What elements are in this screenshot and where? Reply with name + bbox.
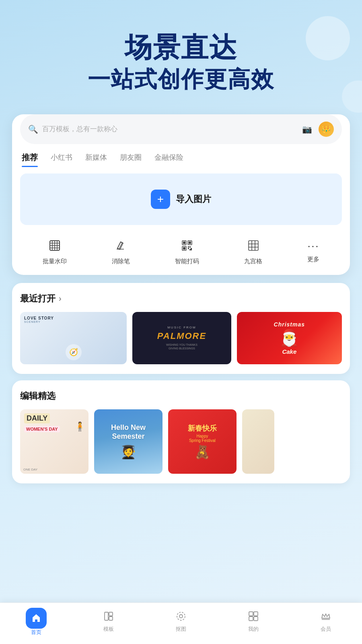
christmas-title: Christmas (274, 321, 305, 328)
recent-item-christmas[interactable]: Christmas 🎅 Cake (237, 312, 342, 364)
svg-rect-32 (249, 617, 253, 621)
pick-hello-new-semester[interactable]: Hello NewSemester 🧑‍🎓 (94, 409, 162, 474)
import-area[interactable]: + 导入图片 (20, 173, 342, 225)
palmore-wrapper: MUSIC FROM PALMORE WISHING YOU THANKSGIV… (157, 326, 206, 351)
christmas-cake-label: Cake (282, 348, 296, 355)
search-bar[interactable]: 🔍 百万模板，总有一款称心 📷 👑 (20, 114, 342, 144)
svg-rect-13 (189, 242, 191, 244)
hero-section: 场景直达 一站式创作更高效 (0, 0, 362, 105)
nav-vip-label: 会员 (321, 625, 331, 633)
tab-xiaohongshu[interactable]: 小红书 (51, 153, 72, 166)
recent-arrow[interactable]: › (59, 294, 62, 303)
tool-qrcode[interactable]: 智能打码 (175, 239, 199, 265)
pick-extra[interactable] (242, 409, 274, 474)
daily-person-emoji: 🧍 (74, 421, 85, 432)
hello-student-emoji: 🧑‍🎓 (120, 444, 136, 460)
home-icon-wrap (26, 608, 47, 629)
recent-item-lovestory[interactable]: LOVE STORY SCENERY 🧭 (20, 312, 127, 364)
svg-rect-27 (109, 617, 113, 620)
svg-rect-17 (188, 248, 189, 249)
search-icon: 🔍 (28, 124, 38, 134)
recent-header: 最近打开 › (20, 293, 342, 305)
nav-mine-label: 我的 (248, 625, 259, 633)
svg-rect-33 (254, 617, 258, 621)
hello-new-semester-text: Hello NewSemester (111, 423, 146, 441)
mine-icon (248, 611, 259, 624)
watermark-icon (49, 239, 61, 254)
svg-rect-31 (254, 612, 258, 616)
vip-icon (321, 611, 331, 624)
tab-newmedia[interactable]: 新媒体 (85, 153, 107, 166)
tools-row: 批量水印 消除笔 (12, 231, 350, 275)
nav-template[interactable]: 模板 (72, 611, 145, 633)
search-placeholder-text: 百万模板，总有一款称心 (42, 124, 302, 134)
camera-icon[interactable]: 📷 (302, 124, 312, 134)
nav-home[interactable]: 首页 (0, 608, 72, 636)
svg-point-29 (179, 615, 183, 618)
tab-finance[interactable]: 金融保险 (154, 153, 183, 166)
svg-rect-15 (188, 246, 189, 248)
nav-cutout-label: 抠图 (176, 625, 186, 633)
tab-moments[interactable]: 朋友圈 (120, 153, 142, 166)
womens-day-label: WOMEN'S DAY (24, 426, 60, 432)
lovestory-title: LOVE STORY (24, 316, 54, 320)
tool-qrcode-label: 智能打码 (175, 258, 199, 265)
nav-vip[interactable]: 会员 (290, 611, 362, 633)
editor-picks-section: 编辑精选 DAILY WOMEN'S DAY 🧍 ONE DAY Hello N… (12, 380, 350, 483)
eraser-icon (115, 239, 127, 254)
crown-icon[interactable]: 👑 (319, 122, 334, 137)
recent-thumbnails-row: LOVE STORY SCENERY 🧭 MUSIC FROM PALMORE … (20, 312, 342, 364)
main-card: 🔍 百万模板，总有一款称心 📷 👑 推荐 小红书 新媒体 朋友圈 金融保险 + … (12, 114, 350, 275)
hero-title: 场景直达 (16, 32, 346, 62)
svg-rect-20 (249, 241, 258, 250)
tabs-row: 推荐 小红书 新媒体 朋友圈 金融保险 (12, 144, 350, 167)
tool-watermark[interactable]: 批量水印 (43, 239, 67, 265)
bottom-nav: 首页 模板 抠图 我的 (0, 603, 362, 644)
tool-eraser-label: 消除笔 (112, 258, 130, 265)
cutout-icon (176, 611, 186, 624)
daily-bottom-text: ONE DAY (23, 468, 37, 471)
daily-label: DAILY (24, 413, 50, 423)
nav-home-label: 首页 (31, 629, 41, 636)
svg-point-28 (177, 612, 185, 620)
nav-mine[interactable]: 我的 (217, 611, 290, 633)
editor-picks-header: 编辑精选 (20, 390, 342, 402)
import-plus-button[interactable]: + (151, 190, 170, 209)
pick-daily[interactable]: DAILY WOMEN'S DAY 🧍 ONE DAY (20, 409, 88, 474)
svg-rect-26 (109, 612, 113, 616)
template-icon (103, 611, 114, 624)
palmore-title: PALMORE (157, 331, 206, 341)
tool-eraser[interactable]: 消除笔 (112, 239, 130, 265)
qrcode-icon (181, 239, 193, 254)
deco-circle-1 (306, 16, 350, 60)
tool-watermark-label: 批量水印 (43, 258, 67, 265)
spring-bear-emoji: 🧸 (194, 444, 210, 460)
page-bottom-padding (0, 490, 362, 538)
pick-spring-festival[interactable]: 新春快乐 HappySpring Festival 🧸 (168, 409, 237, 474)
home-icon (31, 613, 41, 623)
editor-picks-title: 编辑精选 (20, 390, 56, 402)
tool-more-label: 更多 (307, 256, 319, 263)
plus-icon: + (157, 193, 164, 206)
editor-picks-thumbnails-row: DAILY WOMEN'S DAY 🧍 ONE DAY Hello NewSem… (20, 409, 342, 474)
tool-grid-label: 九宫格 (244, 258, 262, 265)
tab-recommend[interactable]: 推荐 (22, 152, 38, 167)
tool-more[interactable]: ··· 更多 (307, 239, 319, 265)
spring-sub: HappySpring Festival (189, 434, 216, 443)
svg-rect-12 (183, 242, 185, 244)
svg-rect-18 (191, 248, 192, 250)
tool-grid[interactable]: 九宫格 (244, 239, 262, 265)
lovestory-compass: 🧭 (66, 344, 82, 360)
palmore-bottom: WISHING YOU THANKSGIVING BLESSINGS (157, 343, 206, 351)
nav-template-label: 模板 (103, 625, 114, 633)
crown-symbol: 👑 (322, 125, 331, 134)
svg-rect-14 (183, 247, 185, 250)
palmore-top: MUSIC FROM (157, 326, 206, 329)
spring-title: 新春快乐 (188, 423, 217, 433)
svg-rect-16 (189, 246, 191, 248)
recent-item-palmore[interactable]: MUSIC FROM PALMORE WISHING YOU THANKSGIV… (132, 312, 231, 364)
grid-icon (247, 239, 259, 254)
nav-cutout[interactable]: 抠图 (145, 611, 217, 633)
lovestory-sub: SCENERY (24, 320, 41, 323)
svg-rect-19 (189, 249, 191, 250)
